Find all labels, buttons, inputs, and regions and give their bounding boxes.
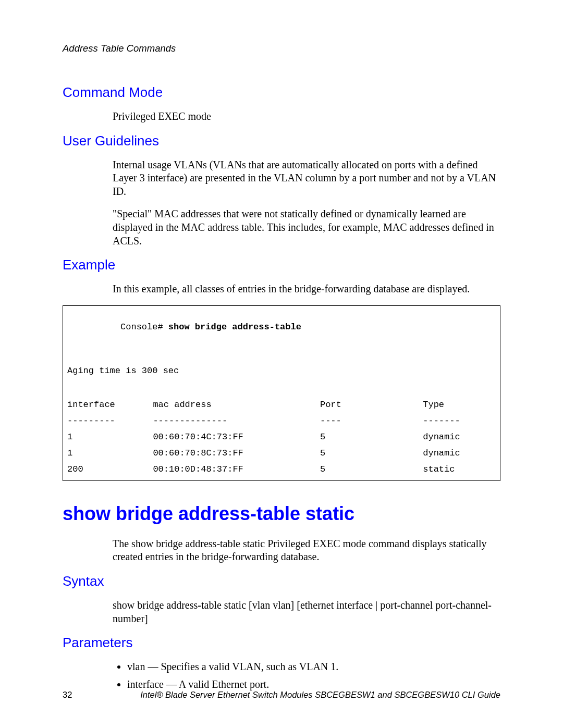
example-table: Console# show bridge address-table Aging…	[67, 309, 496, 477]
page-number: 32	[63, 690, 72, 700]
cell-mac: 00:60:70:8C:73:FF	[153, 445, 320, 461]
example-console-box: Console# show bridge address-table Aging…	[63, 305, 500, 481]
page: Address Table Commands Command Mode Priv…	[0, 0, 563, 728]
syntax-body: show bridge address-table static [vlan v…	[113, 599, 500, 625]
cell-type: dynamic	[423, 429, 496, 445]
heading-syntax: Syntax	[63, 573, 500, 589]
cell-port: 5	[320, 429, 423, 445]
command-mode-body: Privileged EXEC mode	[113, 110, 500, 124]
title-description: The show bridge address-table static Pri…	[113, 537, 500, 564]
cell-type: static	[423, 461, 496, 477]
div-mac: --------------	[153, 413, 320, 429]
cell-mac: 00:10:0D:48:37:FF	[153, 461, 320, 477]
user-guidelines-p2: "Special" MAC addresses that were not st…	[113, 207, 500, 248]
cell-interface: 200	[67, 461, 153, 477]
cell-interface: 1	[67, 429, 153, 445]
page-footer: 32 Intel® Blade Server Ethernet Switch M…	[63, 690, 500, 700]
parameters-list: vlan — Specifies a valid VLAN, such as V…	[127, 660, 500, 691]
example-command-row: Console# show bridge address-table	[67, 309, 496, 363]
example-intro: In this example, all classes of entries …	[113, 282, 500, 296]
list-item: interface — A valid Ethernet port.	[127, 678, 500, 692]
user-guidelines-body: Internal usage VLANs (VLANs that are aut…	[113, 158, 500, 248]
cell-mac: 00:60:70:4C:73:FF	[153, 429, 320, 445]
cell-type: dynamic	[423, 445, 496, 461]
table-row: 200 00:10:0D:48:37:FF 5 static	[67, 461, 496, 477]
example-intro-block: In this example, all classes of entries …	[113, 282, 500, 296]
user-guidelines-p1: Internal usage VLANs (VLANs that are aut…	[113, 158, 500, 199]
div-interface: ---------	[67, 413, 153, 429]
heading-command-mode: Command Mode	[63, 84, 500, 101]
cell-port: 5	[320, 461, 423, 477]
heading-user-guidelines: User Guidelines	[63, 133, 500, 149]
console-command: show bridge address-table	[168, 322, 301, 332]
heading-example: Example	[63, 257, 500, 273]
page-title: show bridge address-table static	[63, 503, 500, 525]
syntax-text: show bridge address-table static [vlan v…	[113, 599, 500, 625]
col-interface: interface	[67, 397, 153, 413]
footer-doc-title: Intel® Blade Server Ethernet Switch Modu…	[140, 690, 500, 700]
cell-interface: 1	[67, 445, 153, 461]
col-port: Port	[320, 397, 423, 413]
title-desc-block: The show bridge address-table static Pri…	[113, 537, 500, 564]
parameters-body: vlan — Specifies a valid VLAN, such as V…	[113, 660, 500, 691]
console-prompt: Console#	[120, 322, 168, 332]
table-row: 1 00:60:70:4C:73:FF 5 dynamic	[67, 429, 496, 445]
heading-parameters: Parameters	[63, 635, 500, 651]
div-port: ----	[320, 413, 423, 429]
example-aging-row: Aging time is 300 sec	[67, 363, 496, 397]
table-row: 1 00:60:70:8C:73:FF 5 dynamic	[67, 445, 496, 461]
command-mode-text: Privileged EXEC mode	[113, 110, 500, 124]
col-mac: mac address	[153, 397, 320, 413]
example-header-row: interface mac address Port Type	[67, 397, 496, 413]
running-head: Address Table Commands	[63, 43, 500, 54]
example-divider-row: --------- -------------- ---- -------	[67, 413, 496, 429]
div-type: -------	[423, 413, 496, 429]
aging-line: Aging time is 300 sec	[67, 363, 496, 397]
list-item: vlan — Specifies a valid VLAN, such as V…	[127, 660, 500, 674]
cell-port: 5	[320, 445, 423, 461]
col-type: Type	[423, 397, 496, 413]
